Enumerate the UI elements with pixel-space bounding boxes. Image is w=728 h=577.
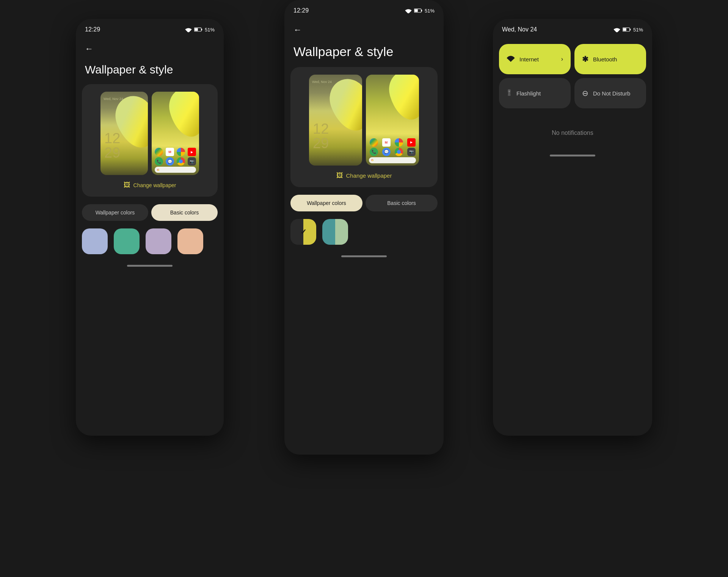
middle-messages-icon: 💬 [382, 148, 391, 156]
app-row-1: M ▶ [153, 148, 198, 156]
left-lockscreen-preview[interactable]: Wed, Nov 24 12 29 [100, 92, 148, 175]
middle-wifi-icon [405, 8, 412, 13]
left-status-icons: 51% [185, 27, 215, 33]
middle-battery-icon [414, 8, 422, 13]
middle-youtube-icon: ▶ [407, 138, 416, 147]
bluetooth-tile-label: Bluetooth [593, 56, 617, 63]
middle-gmail-icon: M [382, 138, 391, 147]
svg-rect-8 [623, 28, 626, 31]
google-g-logo: G [157, 168, 159, 172]
middle-lockscreen-preview[interactable]: Wed, Nov 24 12 29 [309, 75, 362, 166]
middle-status-bar: 12:29 51% [284, 0, 444, 19]
middle-camera-icon: 📷 [407, 148, 416, 156]
left-home-indicator [127, 265, 173, 267]
middle-google-g-logo: G [371, 158, 373, 162]
middle-change-wallpaper-button[interactable]: 🖼 Change wallpaper [336, 166, 392, 187]
middle-swatch-yellow-green[interactable]: ✓ [290, 219, 316, 245]
right-battery-icon [623, 27, 631, 32]
homescreen-wallpaper: M ▶ 📞 💬 📷 G [152, 92, 199, 175]
middle-play-icon [370, 138, 378, 147]
left-wallpaper-card: Wed, Nov 24 12 29 M ▶ [82, 84, 218, 197]
middle-homescreen-wallpaper: M ▶ 📞 💬 📷 G [366, 75, 419, 166]
left-phone: 12:29 51% ← Wallpaper & style Wed, Nov 2… [76, 19, 224, 436]
tile-do-not-disturb[interactable]: ⊖ Do Not Disturb [574, 78, 646, 108]
lockscreen-wallpaper: Wed, Nov 24 12 29 [100, 92, 148, 175]
svg-rect-7 [630, 29, 631, 31]
middle-homescreen-preview[interactable]: M ▶ 📞 💬 📷 G [366, 75, 419, 166]
youtube-icon: ▶ [188, 148, 196, 156]
right-wifi-icon [613, 27, 620, 32]
middle-wallpaper-previews: Wed, Nov 24 12 29 M ▶ [309, 75, 419, 166]
svg-rect-1 [201, 29, 202, 31]
swatch-peach[interactable] [177, 228, 203, 254]
no-notifications-label: No notifications [493, 114, 652, 152]
left-tab-wallpaper-colors[interactable]: Wallpaper colors [82, 204, 148, 221]
photos-icon [177, 148, 185, 156]
left-change-wallpaper-button[interactable]: 🖼 Change wallpaper [124, 175, 176, 197]
tile-bluetooth[interactable]: ✱ Bluetooth [574, 44, 646, 74]
swatch-purple[interactable] [146, 228, 171, 254]
middle-phone-icon: 📞 [370, 148, 378, 156]
middle-lock-time: 12 29 [313, 122, 329, 150]
left-color-tabs: Wallpaper colors Basic colors [76, 197, 224, 221]
internet-tile-icon [507, 54, 515, 64]
middle-app-icons: M ▶ 📞 💬 📷 G [366, 137, 419, 166]
middle-color-swatches: ✓ [284, 211, 444, 252]
right-phone: Wed, Nov 24 51% [493, 19, 652, 436]
wallpaper-change-icon: 🖼 [124, 181, 130, 189]
right-status-date: Wed, Nov 24 [502, 26, 537, 33]
middle-lockscreen-wallpaper: Wed, Nov 24 12 29 [309, 75, 362, 166]
flashlight-tile-label: Flashlight [516, 90, 541, 97]
middle-tab-basic-colors[interactable]: Basic colors [366, 195, 438, 211]
left-tab-basic-colors[interactable]: Basic colors [151, 204, 218, 221]
middle-app-row-1: M ▶ [367, 138, 417, 147]
middle-status-icons: 51% [405, 8, 435, 14]
right-status-bar: Wed, Nov 24 51% [493, 19, 652, 38]
middle-page-title: Wallpaper & style [284, 38, 444, 67]
left-back-button[interactable]: ← [76, 38, 224, 57]
middle-google-search-bar: G [369, 157, 416, 163]
svg-rect-2 [195, 28, 198, 31]
chrome-icon [177, 157, 185, 166]
left-page-title: Wallpaper & style [76, 57, 224, 84]
middle-app-row-2: 📞 💬 📷 [367, 148, 417, 156]
messages-icon: 💬 [166, 157, 174, 166]
internet-chevron-icon: › [561, 56, 563, 63]
bluetooth-tile-icon: ✱ [582, 55, 588, 64]
middle-color-tabs: Wallpaper colors Basic colors [284, 187, 444, 211]
middle-lock-date: Wed, Nov 24 [312, 80, 332, 84]
wifi-icon [185, 27, 192, 32]
left-battery-pct: 51% [205, 27, 215, 33]
phone-icon: 📞 [155, 157, 163, 166]
swatch-green[interactable] [114, 228, 140, 254]
tile-flashlight[interactable]: Flashlight [499, 78, 571, 108]
flashlight-tile-icon [507, 89, 512, 98]
app-icons: M ▶ 📞 💬 📷 G [152, 146, 199, 175]
quick-settings-tiles: Internet › ✱ Bluetooth Flashlight ⊖ Do N… [493, 38, 652, 114]
left-homescreen-preview[interactable]: M ▶ 📞 💬 📷 G [152, 92, 199, 175]
swatch-blue[interactable] [82, 228, 108, 254]
middle-tab-wallpaper-colors[interactable]: Wallpaper colors [290, 195, 362, 211]
dnd-tile-label: Do Not Disturb [593, 90, 630, 97]
middle-swatch-teal-split[interactable] [322, 219, 348, 245]
lock-time: 12 29 [104, 131, 120, 160]
left-wallpaper-previews: Wed, Nov 24 12 29 M ▶ [100, 92, 199, 175]
swatch-selected-check: ✓ [300, 227, 307, 236]
camera-icon: 📷 [188, 157, 196, 166]
internet-tile-label: Internet [519, 56, 539, 63]
middle-wallpaper-card: Wed, Nov 24 12 29 M ▶ [290, 67, 438, 187]
middle-chrome-icon [395, 148, 403, 156]
google-search-bar: G [155, 167, 196, 173]
middle-wallpaper-change-icon: 🖼 [336, 172, 343, 180]
gmail-icon: M [166, 148, 174, 156]
battery-icon [194, 27, 202, 32]
svg-rect-5 [414, 9, 418, 12]
middle-back-button[interactable]: ← [284, 19, 444, 38]
play-icon [155, 148, 163, 156]
svg-rect-4 [421, 10, 422, 12]
tile-internet[interactable]: Internet › [499, 44, 571, 74]
lock-date: Wed, Nov 24 [104, 97, 123, 101]
left-status-time: 12:29 [85, 26, 100, 33]
middle-home-indicator [341, 255, 387, 257]
right-battery-pct: 51% [633, 27, 643, 33]
